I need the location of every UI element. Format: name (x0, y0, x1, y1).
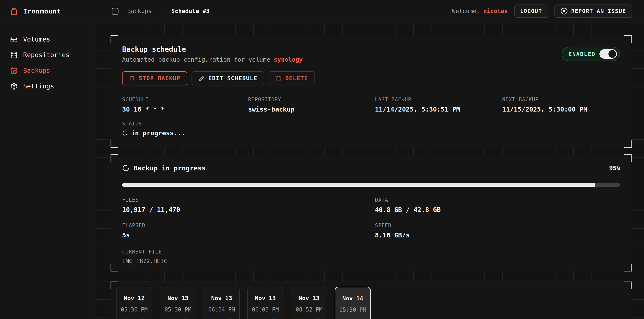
spinner-icon (122, 130, 128, 136)
sidebar-item-settings[interactable]: Settings (0, 78, 96, 94)
sidebar-item-backups[interactable]: Backups (0, 63, 96, 78)
stat-elapsed: ELAPSED 5s (122, 222, 375, 239)
stat-value: 40.8 GB / 42.8 GB (375, 206, 620, 213)
database-icon (10, 51, 18, 59)
snapshot-date: Nov 12 (124, 295, 145, 302)
top-bar: Ironmount Backups › Schedule #3 Welcome,… (0, 0, 644, 22)
snapshot-size: 92.2 GB (297, 318, 321, 319)
corner-bracket (624, 282, 632, 289)
field-value: 30 16 * * * (122, 106, 248, 113)
snapshot-date: Nov 13 (168, 295, 188, 302)
snapshot-list: Nov 12 05:30 PM 92.2 GB Nov 13 05:30 PM … (116, 287, 626, 319)
field-schedule: SCHEDULE 30 16 * * * (122, 97, 248, 113)
schedule-actions: STOP BACKUP EDIT SCHEDULE DELETE (122, 71, 620, 85)
current-file-block: CURRENT FILE IMG_1872.HEIC (122, 249, 620, 264)
welcome-text: Welcome, nicolas (452, 8, 508, 14)
field-next-backup: NEXT BACKUP 11/15/2025, 5:30:00 PM (502, 97, 620, 113)
field-label: SCHEDULE (122, 97, 248, 103)
breadcrumb: Backups › Schedule #3 (111, 7, 210, 15)
field-value: swiss-backup (248, 106, 375, 113)
enabled-label: ENABLED (568, 51, 596, 57)
progress-stats: FILES 10,917 / 11,470 DATA 40.8 GB / 42.… (122, 197, 620, 239)
app-title: Ironmount (23, 7, 61, 15)
snapshot-time: 05:30 PM (339, 307, 366, 313)
snapshot-size: 92.2 GB (210, 318, 234, 319)
corner-bracket (110, 35, 118, 43)
snapshot-time: 08:52 PM (296, 306, 322, 313)
progress-title: Backup in progress (134, 164, 206, 172)
corner-bracket (110, 140, 118, 148)
panel-left-icon[interactable] (111, 7, 119, 15)
snapshot-time: 06:05 PM (252, 306, 279, 313)
stat-label: DATA (375, 197, 620, 203)
stat-label: ELAPSED (122, 222, 375, 228)
gear-icon (10, 83, 18, 90)
snapshot-card[interactable]: Nov 12 05:30 PM 92.2 GB (116, 287, 152, 319)
backup-schedule-card: Backup schedule Automated backup configu… (111, 36, 631, 147)
progress-bar-track (122, 183, 620, 187)
sidebar-item-volumes[interactable]: Volumes (0, 31, 96, 47)
stop-backup-button[interactable]: STOP BACKUP (122, 71, 187, 85)
current-file-value: IMG_1872.HEIC (122, 258, 620, 264)
breadcrumb-section[interactable]: Backups (127, 8, 152, 14)
calendar-clock-icon (10, 67, 18, 74)
field-label: REPOSITORY (248, 97, 375, 103)
enabled-toggle[interactable]: ENABLED (562, 47, 620, 61)
logout-button[interactable]: LOGOUT (514, 4, 548, 18)
stat-value: 8.16 GB/s (375, 231, 620, 239)
field-last-backup: LAST BACKUP 11/14/2025, 5:30:51 PM (375, 97, 502, 113)
field-value: 11/14/2025, 5:30:51 PM (375, 106, 502, 113)
delete-label: DELETE (285, 75, 308, 82)
toggle-switch[interactable] (600, 49, 617, 59)
stat-data: DATA 40.8 GB / 42.8 GB (375, 197, 620, 213)
schedule-card-titles: Backup schedule Automated backup configu… (122, 45, 303, 63)
sidebar-item-label: Volumes (23, 35, 50, 43)
backup-progress-card: Backup in progress 95% FILES 10,917 / 11… (111, 155, 631, 271)
ironmount-logo-icon (10, 7, 18, 15)
snapshot-time: 05:30 PM (164, 306, 191, 313)
toggle-knob (608, 50, 616, 58)
field-repository: REPOSITORY swiss-backup (248, 97, 375, 113)
sidebar-item-repositories[interactable]: Repositories (0, 47, 96, 63)
snapshot-card[interactable]: Nov 13 05:30 PM 92.2 GB (160, 287, 196, 319)
corner-bracket (110, 154, 118, 162)
edit-schedule-label: EDIT SCHEDULE (208, 75, 258, 82)
snapshot-size: 92.2 GB (122, 318, 146, 319)
corner-bracket (624, 154, 632, 162)
status-block: STATUS in progress... (122, 121, 620, 137)
card-title: Backup schedule (122, 45, 303, 53)
snapshot-card[interactable]: Nov 13 08:52 PM 92.2 GB (291, 287, 327, 319)
snapshot-date: Nov 13 (255, 295, 276, 302)
corner-bracket (624, 264, 632, 272)
status-value: in progress... (131, 129, 185, 137)
snapshot-size: 92.2 GB (254, 318, 277, 319)
delete-button[interactable]: DELETE (269, 71, 315, 85)
stat-value: 5s (122, 231, 375, 239)
stat-label: FILES (122, 197, 375, 203)
status-row: in progress... (122, 129, 620, 137)
volume-name: synology (274, 56, 303, 63)
stop-backup-label: STOP BACKUP (139, 75, 180, 82)
snapshot-card[interactable]: Nov 13 06:05 PM 92.2 GB (247, 287, 284, 319)
username: nicolas (483, 8, 508, 14)
report-issue-label: REPORT AN ISSUE (571, 8, 626, 14)
logout-label: LOGOUT (520, 8, 542, 14)
snapshot-date: Nov 14 (342, 295, 363, 302)
pencil-icon (198, 75, 204, 81)
report-issue-button[interactable]: REPORT AN ISSUE (554, 4, 632, 18)
snapshot-size: 92.2 GB (341, 318, 365, 319)
welcome-prefix: Welcome, (452, 8, 483, 14)
sidebar-item-label: Backups (23, 67, 50, 74)
corner-bracket (110, 282, 118, 289)
breadcrumb-current: Schedule #3 (171, 8, 210, 14)
sidebar-item-label: Settings (23, 82, 54, 90)
current-file-label: CURRENT FILE (122, 249, 620, 255)
edit-schedule-button[interactable]: EDIT SCHEDULE (192, 71, 264, 85)
stat-speed: SPEED 8.16 GB/s (375, 222, 620, 239)
spinner-icon (122, 164, 130, 172)
snapshot-time: 05:30 PM (121, 306, 148, 313)
brand: Ironmount (0, 7, 96, 15)
snapshot-card[interactable]: Nov 13 06:04 PM 92.2 GB (204, 287, 240, 319)
snapshot-card-selected[interactable]: Nov 14 05:30 PM 92.2 GB (335, 287, 371, 319)
progress-percent: 95% (609, 165, 620, 172)
